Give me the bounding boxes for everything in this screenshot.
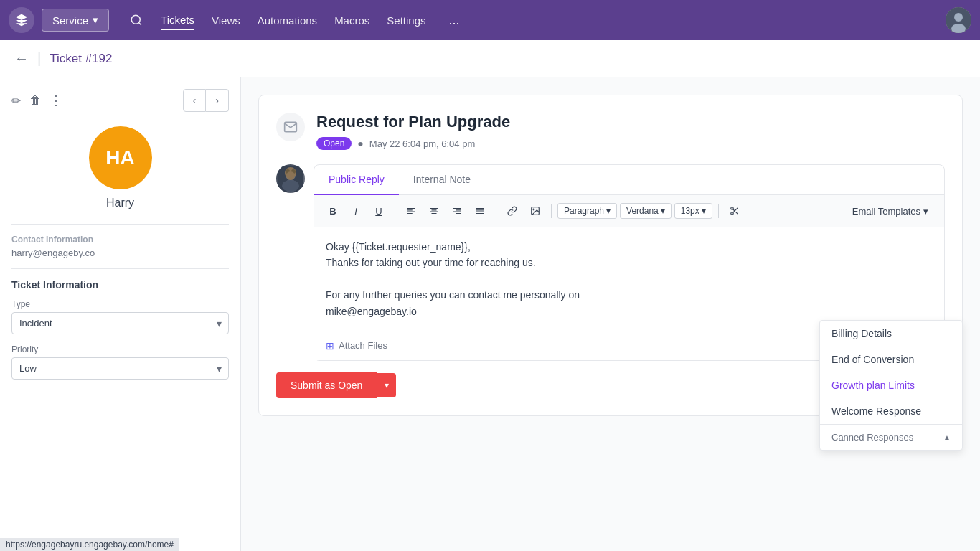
- contact-info-section: Contact Information harry@engageby.co: [11, 224, 229, 258]
- more-options-icon[interactable]: ⋮: [50, 93, 62, 108]
- priority-select[interactable]: Low Medium High Urgent: [11, 357, 229, 380]
- editor-toolbar: B I U: [314, 195, 944, 227]
- breadcrumb-bar: ← | Ticket #192: [0, 40, 980, 77]
- type-select[interactable]: Incident Problem Question Feature Reques…: [11, 312, 229, 334]
- search-icon: [130, 14, 143, 27]
- main-layout: ✏ 🗑 ⋮ ‹ › HA Harry Contact Information h…: [0, 77, 980, 551]
- email-templates-label: Email Templates: [852, 206, 920, 217]
- logo-icon: [14, 13, 29, 27]
- template-end-of-conversion[interactable]: End of Conversion: [820, 347, 962, 372]
- ticket-info-label: Ticket Information: [11, 279, 229, 291]
- image-button[interactable]: [525, 201, 545, 221]
- back-button[interactable]: ←: [14, 50, 29, 67]
- italic-button[interactable]: I: [346, 201, 366, 221]
- service-dropdown-icon: ▾: [93, 14, 98, 27]
- svg-point-15: [731, 212, 734, 215]
- ticket-info: Request for Plan Upgrade Open ● May 22 6…: [316, 113, 510, 150]
- right-content: Request for Plan Upgrade Open ● May 22 6…: [241, 77, 980, 551]
- editor-line-4: mike@engagebay.io: [326, 303, 933, 319]
- next-ticket-button[interactable]: ›: [206, 89, 229, 112]
- email-templates-dropdown: Billing Details End of Conversion Growth…: [819, 320, 963, 451]
- submit-button[interactable]: Submit as Open: [276, 372, 377, 398]
- link-button[interactable]: [502, 201, 522, 221]
- nav-link-views[interactable]: Views: [212, 11, 240, 29]
- url-bar: https://engagebayru.engagebay.com/home#: [0, 538, 179, 551]
- paragraph-dropdown[interactable]: Paragraph ▾: [557, 203, 617, 219]
- align-left-button[interactable]: [401, 201, 421, 221]
- svg-point-14: [731, 207, 734, 210]
- align-center-icon: [429, 206, 439, 216]
- email-templates-button[interactable]: Email Templates ▾: [845, 203, 936, 220]
- top-nav: Service ▾ Tickets Views Automations Macr…: [0, 0, 980, 40]
- size-dropdown[interactable]: 13px ▾: [674, 203, 712, 219]
- edit-icon[interactable]: ✏: [11, 94, 21, 108]
- scissors-button[interactable]: [725, 201, 745, 221]
- tab-public-reply[interactable]: Public Reply: [314, 165, 399, 195]
- submit-dropdown-button[interactable]: ▾: [377, 373, 396, 397]
- contact-name: Harry: [106, 197, 134, 209]
- email-templates-arrow: ▾: [923, 206, 928, 217]
- editor-body[interactable]: Okay {{Ticket.requester_name}}, Thanks f…: [314, 227, 944, 331]
- prev-ticket-button[interactable]: ‹: [183, 89, 206, 112]
- font-dropdown[interactable]: Verdana ▾: [620, 203, 672, 219]
- reply-user-avatar: [278, 166, 303, 192]
- nav-link-automations[interactable]: Automations: [258, 11, 317, 29]
- svg-point-0: [131, 15, 140, 24]
- toolbar-sep-3: [551, 204, 552, 218]
- bold-button[interactable]: B: [323, 201, 343, 221]
- type-select-wrapper: Incident Problem Question Feature Reques…: [11, 312, 229, 334]
- svg-point-2: [954, 13, 963, 22]
- align-justify-icon: [475, 206, 485, 216]
- ticket-info-section: Ticket Information Type Incident Problem…: [11, 268, 229, 380]
- align-right-button[interactable]: [447, 201, 467, 221]
- toolbar-sep-2: [496, 204, 496, 218]
- underline-button[interactable]: U: [369, 201, 389, 221]
- align-center-button[interactable]: [424, 201, 444, 221]
- ticket-meta: Open ● May 22 6:04 pm, 6:04 pm: [316, 137, 510, 150]
- link-icon: [507, 206, 517, 216]
- tab-internal-note[interactable]: Internal Note: [399, 165, 485, 195]
- nav-more-button[interactable]: ...: [449, 13, 460, 28]
- template-growth-plan[interactable]: Growth plan Limits: [820, 372, 962, 398]
- sidebar-actions: ✏ 🗑 ⋮ ‹ ›: [11, 89, 229, 112]
- priority-select-wrapper: Low Medium High Urgent ▾: [11, 357, 229, 380]
- nav-link-settings[interactable]: Settings: [387, 11, 425, 29]
- contact-avatar: HA: [89, 126, 152, 189]
- left-sidebar: ✏ 🗑 ⋮ ‹ › HA Harry Contact Information h…: [0, 77, 241, 551]
- service-dropdown-button[interactable]: Service ▾: [42, 9, 109, 32]
- template-welcome-response[interactable]: Welcome Response: [820, 398, 962, 424]
- editor-line-1: Okay {{Ticket.requester_name}},: [326, 239, 933, 255]
- svg-point-11: [282, 180, 299, 192]
- font-label: Verdana: [626, 206, 659, 216]
- align-justify-button[interactable]: [470, 201, 490, 221]
- nav-link-macros[interactable]: Macros: [334, 11, 369, 29]
- align-left-icon: [406, 206, 416, 216]
- user-avatar[interactable]: [946, 7, 971, 33]
- search-button[interactable]: [123, 7, 149, 33]
- canned-responses-label: Canned Responses: [831, 432, 913, 443]
- ticket-mail-icon: [276, 113, 305, 141]
- type-field-label: Type: [11, 299, 229, 309]
- ticket-date: May 22 6:04 pm, 6:04 pm: [369, 138, 475, 149]
- canned-responses-button[interactable]: Canned Responses ▲: [820, 424, 962, 450]
- breadcrumb-divider: |: [37, 50, 41, 67]
- scissors-icon: [730, 206, 740, 216]
- toolbar-sep-4: [718, 204, 719, 218]
- template-billing-details[interactable]: Billing Details: [820, 321, 962, 347]
- ticket-subject: Request for Plan Upgrade: [316, 113, 510, 131]
- nav-link-tickets[interactable]: Tickets: [161, 11, 194, 30]
- ticket-navigation: ‹ ›: [183, 89, 229, 112]
- editor-line-3: For any further queries you can contact …: [326, 287, 933, 303]
- contact-email: harry@engageby.co: [11, 248, 229, 258]
- delete-icon[interactable]: 🗑: [29, 94, 41, 107]
- ticket-breadcrumb: Ticket #192: [50, 52, 112, 66]
- attach-label: Attach Files: [339, 340, 387, 351]
- attach-files-button[interactable]: ⊞ Attach Files: [326, 340, 387, 352]
- reply-tabs: Public Reply Internal Note: [314, 165, 944, 195]
- status-badge: Open: [316, 137, 352, 150]
- mail-icon: [283, 120, 298, 134]
- toolbar-sep-1: [395, 204, 395, 218]
- meta-dot: ●: [357, 138, 363, 149]
- nav-logo: [9, 7, 34, 33]
- svg-point-10: [286, 171, 295, 180]
